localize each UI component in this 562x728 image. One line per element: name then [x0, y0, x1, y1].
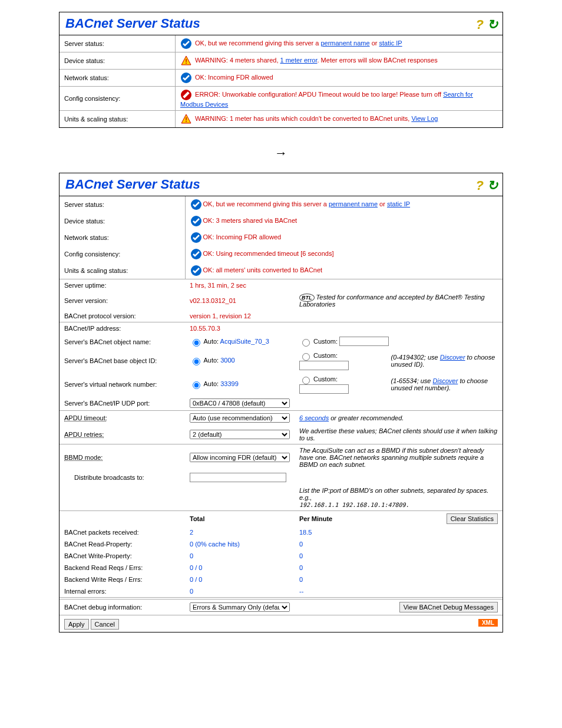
objname-auto-radio[interactable]	[193, 339, 200, 347]
objname-auto: Auto: AcquiSuite_70_3	[185, 334, 295, 349]
row-label: Server's BACnet/IP UDP port:	[59, 396, 185, 411]
ok-icon	[190, 248, 202, 260]
ok-icon	[180, 38, 192, 50]
row-label: BACnet/IP address:	[59, 322, 185, 335]
title-text: BACnet Server Status	[65, 16, 200, 31]
row-label: Device status:	[59, 213, 185, 229]
baseid-auto-radio[interactable]	[193, 358, 200, 365]
debug-info-select[interactable]: Errors & Summary Only (default)	[190, 602, 290, 612]
stat-per-minute: 0	[295, 550, 386, 562]
row-label: Device status:	[59, 52, 176, 70]
vnet-auto: Auto: 33399	[185, 373, 295, 396]
row-label: Units & scaling status:	[59, 111, 176, 128]
title-text: BACnet Server Status	[65, 177, 200, 192]
row-label: Server status:	[59, 35, 176, 52]
row-value: OK: Incoming FDR allowed	[185, 229, 503, 246]
stat-per-minute: --	[295, 585, 386, 598]
view-log-link[interactable]: View Log	[411, 115, 438, 122]
static-ip-link[interactable]: static IP	[379, 39, 402, 47]
row-label: Server status:	[59, 196, 185, 213]
xml-button[interactable]: XML	[478, 619, 498, 627]
row-label: Config consistency:	[59, 87, 176, 111]
cancel-button[interactable]: Cancel	[91, 619, 119, 630]
row-label: BBMD mode:	[59, 444, 185, 471]
stat-total: 2	[185, 526, 295, 538]
permanent-name-link[interactable]: permanent name	[329, 200, 378, 207]
stat-per-minute: 0	[295, 562, 386, 574]
row-value: ! WARNING: 4 meters shared, 1 meter erro…	[176, 52, 503, 70]
warning-icon: !	[180, 55, 192, 67]
status-panel-errors: BACnet Server Status ? ↻ Server status: …	[59, 12, 503, 128]
help-icon[interactable]: ?	[475, 178, 483, 193]
apply-button[interactable]: Apply	[64, 619, 89, 630]
stat-label: BACnet Read-Property:	[59, 538, 185, 550]
apdu-timeout-hint: 6 seconds or greater recommended.	[295, 411, 503, 426]
permanent-name-link[interactable]: permanent name	[320, 39, 369, 47]
version-value: v02.13.0312_01	[185, 291, 295, 310]
ok-icon	[190, 215, 202, 227]
row-label: Server's BACnet object name:	[59, 334, 185, 349]
stat-per-minute: 0	[295, 574, 386, 585]
row-label: Network status:	[59, 229, 185, 246]
panel-title: BACnet Server Status ? ↻	[59, 173, 503, 196]
error-icon	[180, 89, 192, 101]
btl-note: BTL Tested for conformance and accepted …	[295, 291, 503, 310]
refresh-icon[interactable]: ↻	[487, 17, 498, 32]
apdu-timeout-select[interactable]: Auto (use recommendation)	[190, 413, 290, 423]
distribute-input[interactable]	[190, 473, 286, 482]
ok-icon	[180, 72, 192, 84]
baseid-auto: Auto: 3000	[185, 349, 295, 373]
clear-statistics-button[interactable]: Clear Statistics	[447, 513, 498, 524]
baseid-custom-input[interactable]	[299, 361, 349, 370]
col-total: Total	[185, 511, 295, 527]
warning-icon: !	[180, 113, 192, 125]
vnet-custom-input[interactable]	[299, 384, 349, 394]
static-ip-link[interactable]: static IP	[387, 200, 410, 207]
view-debug-button[interactable]: View BACnet Debug Messages	[399, 602, 498, 612]
status-panel-ok: BACnet Server Status ? ↻ Server status: …	[59, 173, 503, 633]
row-value: OK: 3 meters shared via BACnet	[185, 213, 503, 229]
stat-total: 0 / 0	[185, 562, 295, 574]
panel-title: BACnet Server Status ? ↻	[59, 12, 503, 35]
baseid-custom-radio[interactable]	[302, 353, 310, 361]
vnet-hint: (1-65534; use Discover to choose unused …	[386, 373, 503, 396]
stat-total: 0	[185, 585, 295, 598]
meter-error-link[interactable]: 1 meter error	[280, 57, 318, 64]
row-label: Config consistency:	[59, 246, 185, 262]
vnet-auto-radio[interactable]	[193, 381, 200, 389]
discover-link[interactable]: Discover	[433, 377, 458, 384]
vnet-custom-radio[interactable]	[302, 377, 310, 384]
ok-icon	[190, 265, 202, 276]
apdu-retries-select[interactable]: 2 (default)	[190, 430, 290, 439]
ok-icon	[190, 199, 202, 210]
row-value: OK, but we recommend giving this server …	[176, 35, 503, 52]
status-table: Server status: OK, but we recommend givi…	[59, 35, 503, 127]
row-label: APDU retries:	[59, 425, 185, 444]
stat-per-minute: 18.5	[295, 526, 386, 538]
stat-total: 0 (0% cache hits)	[185, 538, 295, 550]
ok-icon	[190, 232, 202, 243]
refresh-icon[interactable]: ↻	[487, 178, 498, 193]
svg-text:!: !	[185, 58, 187, 65]
row-label: Server's virtual network number:	[59, 373, 185, 396]
stat-per-minute: 0	[295, 538, 386, 550]
help-icon[interactable]: ?	[475, 17, 483, 32]
bbmd-hint: The AcquiSuite can act as a BBMD if this…	[295, 444, 503, 471]
row-label: Server's BACnet base object ID:	[59, 349, 185, 373]
udp-port-select[interactable]: 0xBAC0 / 47808 (default)	[190, 398, 290, 408]
objname-custom-radio[interactable]	[302, 339, 310, 347]
stat-label: BACnet packets received:	[59, 526, 185, 538]
row-label: Units & scaling status:	[59, 262, 185, 279]
row-label: APDU timeout:	[59, 411, 185, 426]
baseid-hint: (0-4194302; use Discover to choose unuse…	[386, 349, 503, 373]
discover-link[interactable]: Discover	[440, 354, 465, 361]
svg-text:!: !	[185, 116, 187, 123]
objname-custom: Custom:	[295, 334, 503, 349]
ip-value: 10.55.70.3	[185, 322, 503, 335]
row-value: OK: all meters' units converted to BACne…	[185, 262, 503, 279]
arrow-down: →	[59, 146, 503, 161]
stat-label: Backend Write Reqs / Errs:	[59, 574, 185, 585]
baseid-custom: Custom:	[295, 349, 386, 373]
objname-custom-input[interactable]	[339, 337, 389, 346]
bbmd-mode-select[interactable]: Allow incoming FDR (default)	[190, 453, 290, 462]
